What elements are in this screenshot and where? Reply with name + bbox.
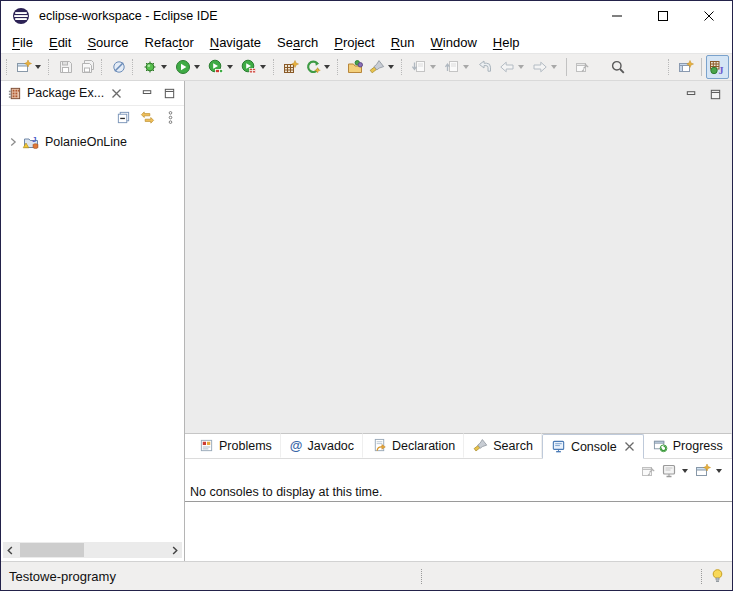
tab-package-explorer[interactable]: Package Ex... [1, 81, 128, 105]
editor-minmax-controls [685, 88, 722, 101]
display-selected-console-button[interactable] [661, 463, 690, 479]
dropdown-arrow-icon[interactable] [388, 65, 394, 69]
minimize-view-button[interactable] [141, 87, 154, 100]
new-task-icon [305, 59, 321, 75]
menu-run[interactable]: Run [383, 33, 423, 52]
previous-annotation-button[interactable] [441, 55, 474, 79]
last-edit-location-button[interactable] [474, 55, 496, 79]
scroll-left-button[interactable] [3, 542, 18, 558]
expand-chevron-icon[interactable] [6, 135, 20, 149]
open-search-button[interactable] [366, 55, 399, 79]
close-view-icon[interactable] [624, 441, 635, 452]
dropdown-arrow-icon[interactable] [35, 65, 41, 69]
collapse-all-button[interactable] [116, 110, 131, 125]
open-perspective-icon [678, 59, 694, 75]
coverage-button[interactable] [205, 55, 238, 79]
tab-console[interactable]: Console [542, 434, 644, 459]
menu-window[interactable]: Window [423, 33, 485, 52]
save-all-button[interactable] [77, 55, 99, 79]
menu-bar: File Edit Source Refactor Navigate Searc… [1, 31, 732, 53]
console-message-row: No consoles to display at this time. [185, 482, 732, 502]
view-minmax-controls [141, 87, 184, 100]
lightbulb-icon[interactable] [710, 568, 725, 584]
menu-help[interactable]: Help [485, 33, 528, 52]
window-close-button[interactable] [686, 1, 732, 31]
open-task-button[interactable] [344, 55, 366, 79]
dropdown-arrow-icon[interactable] [430, 65, 436, 69]
tab-search[interactable]: Search [464, 433, 542, 458]
tab-progress[interactable]: Progress [644, 433, 732, 458]
debug-button[interactable] [139, 55, 172, 79]
debug-bug-icon [142, 59, 158, 75]
toolbar-separator [132, 59, 136, 75]
horizontal-scrollbar[interactable] [3, 542, 182, 558]
project-label: PolanieOnLine [42, 135, 127, 149]
maximize-view-button[interactable] [709, 88, 722, 101]
java-perspective-button[interactable]: J [706, 55, 729, 79]
back-button[interactable] [496, 55, 529, 79]
package-explorer-icon [7, 86, 22, 101]
editor-area[interactable] [185, 81, 732, 433]
link-with-editor-button[interactable] [140, 110, 155, 125]
open-perspective-button[interactable] [675, 55, 697, 79]
scroll-right-button[interactable] [167, 542, 182, 558]
new-java-project-button[interactable] [280, 55, 302, 79]
open-console-button[interactable] [695, 463, 724, 479]
toolbar-separator [401, 59, 405, 75]
new-task-button[interactable] [302, 55, 335, 79]
dropdown-arrow-icon[interactable] [227, 65, 233, 69]
dropdown-arrow-icon[interactable] [551, 65, 557, 69]
dropdown-arrow-icon[interactable] [463, 65, 469, 69]
tab-label: Declaration [392, 439, 455, 453]
tab-problems[interactable]: Problems [190, 433, 281, 458]
close-icon [703, 10, 715, 22]
menu-file[interactable]: File [4, 33, 41, 52]
window-minimize-button[interactable] [594, 1, 640, 31]
maximize-view-button[interactable] [163, 87, 176, 100]
tab-label: Search [493, 439, 533, 453]
tab-label: Console [571, 440, 617, 454]
editor-column: Problems @ Javadoc Declaration Search [185, 81, 732, 561]
window-maximize-button[interactable] [640, 1, 686, 31]
menu-project[interactable]: Project [326, 33, 382, 52]
dropdown-arrow-icon[interactable] [161, 65, 167, 69]
next-annotation-button[interactable] [408, 55, 441, 79]
tab-label: Problems [219, 439, 272, 453]
main-area: Package Ex... [1, 81, 732, 561]
save-all-icon [80, 59, 96, 75]
dropdown-arrow-icon[interactable] [194, 65, 200, 69]
javadoc-icon: @ [290, 438, 303, 453]
tree-item-project[interactable]: J PolanieOnLine [1, 132, 184, 151]
close-view-icon[interactable] [111, 88, 122, 99]
statusbar-separator [421, 569, 422, 584]
profile-button[interactable] [238, 55, 271, 79]
dropdown-arrow-icon[interactable] [324, 65, 330, 69]
tab-javadoc[interactable]: @ Javadoc [281, 433, 363, 458]
menu-navigate[interactable]: Navigate [202, 33, 269, 52]
menu-search[interactable]: Search [269, 33, 326, 52]
search-button[interactable] [607, 55, 629, 79]
java-project-icon: J [22, 134, 40, 150]
tab-declaration[interactable]: Declaration [363, 433, 464, 458]
scroll-track[interactable] [18, 542, 167, 558]
menu-refactor[interactable]: Refactor [137, 33, 202, 52]
new-wizard-button[interactable] [13, 55, 46, 79]
tab-label: Javadoc [307, 439, 354, 453]
console-content [185, 502, 732, 561]
run-button[interactable] [172, 55, 205, 79]
dropdown-arrow-icon[interactable] [260, 65, 266, 69]
save-button[interactable] [55, 55, 77, 79]
pin-editor-button[interactable] [571, 55, 593, 79]
forward-button[interactable] [529, 55, 562, 79]
dropdown-arrow-icon[interactable] [716, 469, 722, 473]
view-menu-button[interactable] [164, 110, 177, 125]
skip-all-breakpoints-button[interactable] [108, 55, 130, 79]
scroll-thumb[interactable] [20, 543, 84, 557]
toolbar-separator [273, 59, 277, 75]
pin-console-button[interactable] [640, 463, 656, 479]
minimize-view-button[interactable] [685, 88, 698, 101]
dropdown-arrow-icon[interactable] [518, 65, 524, 69]
menu-edit[interactable]: Edit [41, 33, 79, 52]
menu-source[interactable]: Source [79, 33, 136, 52]
dropdown-arrow-icon[interactable] [682, 469, 688, 473]
